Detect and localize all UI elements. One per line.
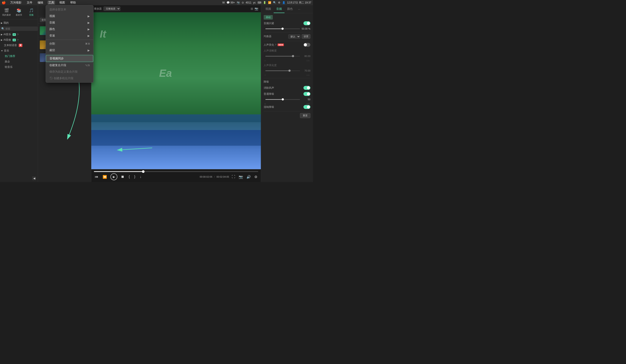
dropdown-color-arrow: ▶: [88, 28, 90, 31]
audio-fade-fill: [265, 29, 283, 29]
sidebar-music-list: ▶ 我的 🔍 ▶ AI音乐 AI ? ▶ AI音效 AI ? 文本转语音: [0, 19, 38, 71]
menu-edit[interactable]: 编辑: [37, 1, 44, 4]
voice-beauty-section: 人声美化度 70.00 0 100: [264, 64, 311, 76]
tab-video[interactable]: 视频: [263, 5, 274, 13]
eq-set-btn[interactable]: 设置: [302, 34, 311, 39]
out-point-btn[interactable]: }: [133, 174, 136, 180]
voice-beautify-toggle[interactable]: [304, 43, 311, 47]
dropdown-select-all-text[interactable]: 选择全部文本: [46, 6, 93, 13]
my-section-label: 我的: [3, 21, 9, 25]
player-toolbar-right: ⊞ 📷: [251, 7, 258, 10]
audio-fade-unit: %: [308, 27, 311, 30]
sidebar-ai-effect-section[interactable]: ▶ AI音效 AI ?: [0, 37, 38, 43]
dropdown-speed[interactable]: 变速 ▶: [46, 32, 93, 39]
dropdown-speed-label: 变速: [49, 34, 55, 38]
dropdown-create-compound[interactable]: 创建复合片段 ⌥G: [46, 62, 93, 69]
scrubber-track[interactable]: [94, 171, 258, 172]
dropdown-divider-2: [46, 54, 93, 54]
dropdown-crop[interactable]: 裁切 ▶: [46, 47, 93, 53]
snapshot-btn[interactable]: 📷: [255, 7, 258, 10]
normal-denoise-slider[interactable]: [265, 99, 300, 100]
dropdown-audio-label: 音频: [49, 21, 55, 25]
menubar: 🍎 万兴喵影 文件 编辑 工具 视图 帮助 W 💬 99+ 📷 ⊙ 4011 y…: [0, 0, 313, 5]
sidebar-light-music[interactable]: 轻音乐: [0, 64, 38, 70]
voice-clarity-max: 100: [306, 60, 310, 62]
apple-menu[interactable]: 🍎: [2, 1, 6, 4]
audio-fade-slider[interactable]: [265, 29, 300, 29]
quality-selector[interactable]: 完整画质: [103, 6, 120, 11]
voice-beautify-label: 人声美化: [264, 43, 274, 47]
sidebar-my-section[interactable]: ▶ 我的: [0, 20, 38, 26]
video-overlay-text-ea: Ea: [159, 67, 172, 79]
audio-fade-toggle[interactable]: [304, 21, 311, 25]
sidebar-audio[interactable]: 🎵 音频: [25, 7, 37, 17]
audio-btn[interactable]: 🔊: [246, 174, 252, 180]
ai-effect-label: AI音效: [3, 38, 11, 42]
add-to-timeline-btn[interactable]: ↓: [139, 174, 142, 180]
step-back-btn[interactable]: ⏪: [102, 174, 108, 180]
voice-beauty-range: 0 100: [264, 74, 311, 76]
sidebar-ai-music-section[interactable]: ▶ AI音乐 AI ?: [0, 32, 38, 37]
voice-clarity-slider[interactable]: [265, 56, 300, 57]
dropdown-audio[interactable]: 音频 ▶: [46, 19, 93, 26]
sidebar-tts-section[interactable]: 文本转语音 新: [0, 43, 38, 48]
menu-help[interactable]: 帮助: [69, 1, 77, 4]
dropdown-video[interactable]: 视频 ▶: [46, 13, 93, 19]
menu-view[interactable]: 视图: [58, 1, 66, 4]
eq-select[interactable]: 默认: [288, 34, 300, 39]
audio-fade-controls: [304, 21, 311, 25]
dropdown-split[interactable]: 分割 ⌘ B: [46, 40, 93, 47]
menubar-circle: ⊙: [242, 1, 244, 4]
panel-voice-beauty-label-row: 人声美化度: [264, 64, 311, 67]
dropdown-save-compound[interactable]: 保存为自定义复合片段: [46, 69, 93, 75]
dropdown-av-sync[interactable]: 音视频同步: [46, 55, 93, 62]
hot-rec-label: 热门推荐: [2, 54, 15, 58]
playback-buttons: ⏮ ⏪ ▶ ⏹ { } ↓: [94, 173, 142, 180]
sidebar-search[interactable]: 🔍: [0, 27, 38, 31]
stop-btn[interactable]: ⏹: [120, 174, 125, 180]
collapse-icon[interactable]: ◀: [32, 176, 36, 180]
tab-more[interactable]: ...: [295, 5, 303, 13]
normal-denoise-toggle[interactable]: [304, 92, 311, 96]
tab-color[interactable]: 颜色: [284, 5, 295, 13]
sidebar-my-material[interactable]: 🎬 我的素材: [1, 7, 12, 17]
reset-btn[interactable]: 重置: [300, 113, 311, 118]
voice-clarity-value: 80.00: [302, 55, 311, 57]
sidebar-hot-rec[interactable]: 热门推荐: [0, 53, 38, 59]
rewind-btn[interactable]: ⏮: [94, 174, 99, 180]
dropdown-multitrack[interactable]: ⚫ 创建多机位片段: [46, 75, 93, 81]
sidebar-music-header[interactable]: ▼ 音乐: [0, 48, 38, 53]
tab-audio[interactable]: 音频: [274, 5, 284, 13]
sidebar-collapse-btn[interactable]: ◀: [0, 175, 38, 182]
ai-music-chevron: ▶: [1, 33, 2, 36]
menubar-keyboard: ⌨: [258, 1, 261, 4]
dropdown-multitrack-label: ⚫ 创建多机位片段: [49, 76, 74, 80]
voice-beauty-slider[interactable]: [265, 71, 300, 71]
normal-denoise-range: 0 100: [264, 103, 311, 105]
in-point-btn[interactable]: {: [128, 174, 131, 180]
fullscreen-btn[interactable]: ⛶: [231, 174, 236, 180]
my-material-icon: 🎬: [4, 8, 9, 13]
menu-tools[interactable]: 工具: [48, 1, 55, 4]
panel-voice-beauty-slider-row: 70.00: [264, 69, 311, 72]
voice-beauty-track: [265, 71, 300, 71]
sidebar-enterprise[interactable]: 政企: [0, 59, 38, 64]
mixed-denoise-toggle[interactable]: [304, 105, 311, 109]
play-btn[interactable]: ▶: [110, 173, 117, 180]
search-input[interactable]: [5, 27, 37, 30]
menu-file[interactable]: 文件: [26, 1, 33, 4]
dropdown-split-label: 分割: [49, 42, 55, 46]
settings-extra-btn[interactable]: ⚙: [253, 174, 258, 180]
enterprise-label: 政企: [2, 60, 10, 64]
menu-wanxing[interactable]: 万兴喵影: [9, 1, 22, 4]
library-icon: 📚: [16, 8, 22, 13]
screenshot-btn[interactable]: 📷: [238, 174, 244, 180]
grid-view-btn[interactable]: ⊞: [251, 7, 253, 10]
panel-normal-denoise-row: 普通降噪: [264, 92, 311, 96]
menubar-wechat: 💬 99+: [227, 1, 235, 4]
dropdown-color[interactable]: 颜色 ▶: [46, 26, 93, 32]
menubar-control: ⚙: [278, 1, 280, 4]
dropdown-audio-arrow: ▶: [88, 21, 90, 24]
remove-wind-toggle[interactable]: [304, 86, 311, 90]
sidebar-library[interactable]: 📚 素材库: [13, 7, 25, 17]
